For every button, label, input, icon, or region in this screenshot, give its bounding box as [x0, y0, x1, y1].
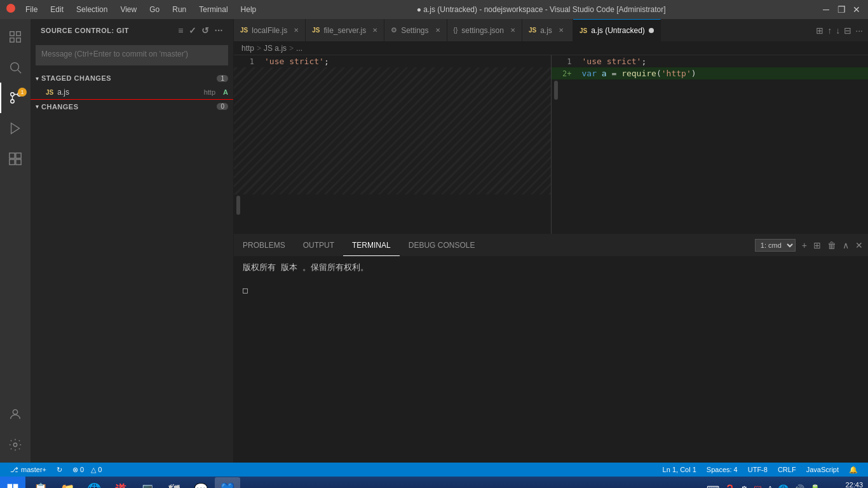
panel-tab-debug[interactable]: DEBUG CONSOLE [400, 234, 484, 256]
staged-file-item[interactable]: JS a.js http A [31, 85, 233, 99]
close-button[interactable]: ✕ [851, 4, 862, 15]
refresh-icon[interactable]: ↺ [201, 25, 210, 36]
tab-settings[interactable]: ⚙ Settings ✕ [384, 19, 447, 41]
activity-search[interactable] [0, 52, 31, 83]
menu-terminal[interactable]: Terminal [194, 4, 233, 15]
status-notification-icon[interactable]: 🔔 [844, 463, 863, 477]
tray-keyboard-icon[interactable]: ⌨ [705, 483, 721, 488]
status-encoding[interactable]: UTF-8 [743, 463, 773, 477]
tab-fileserver[interactable]: JS file_server.js ✕ [306, 19, 384, 41]
panel-maximize-icon[interactable]: ∧ [843, 240, 849, 250]
activity-source-control[interactable]: 1 [0, 83, 31, 113]
taskbar-app-jetbrains[interactable]: 💻 [135, 477, 160, 488]
tab-localfile[interactable]: JS localFile.js ✕ [234, 19, 306, 41]
panel-tab-terminal[interactable]: TERMINAL [343, 234, 400, 256]
taskbar-app-vscode[interactable]: 💙 [215, 477, 240, 488]
encoding-text: UTF-8 [748, 466, 768, 473]
status-branch[interactable]: ⎇ master+ [5, 463, 51, 477]
settingsjson-tab-label: settings.json [461, 26, 504, 35]
taskbar-app-wechat[interactable]: 💬 [188, 477, 214, 488]
fileserver-tab-close[interactable]: ✕ [372, 27, 377, 34]
tab-scroll-right-icon[interactable]: ↓ [836, 25, 840, 36]
right-scrollbar[interactable] [552, 79, 560, 101]
panel-tab-problems[interactable]: PROBLEMS [234, 234, 294, 256]
activity-account[interactable] [0, 399, 31, 430]
status-language[interactable]: JavaScript [801, 463, 844, 477]
restore-button[interactable]: ❐ [836, 4, 846, 15]
tab-scroll-left-icon[interactable]: ↑ [827, 25, 832, 36]
tray-battery-icon[interactable]: 🔋 [808, 483, 822, 488]
terminal-content[interactable]: 版权所有 版本 。保留所有权利。 □ [234, 257, 868, 463]
start-button[interactable] [0, 477, 25, 488]
window-title: ● a.js (Untracked) - nodejsworkspace - V… [261, 5, 821, 14]
taskbar-app-explorer[interactable]: 📁 [55, 477, 80, 488]
tray-volume-icon[interactable]: 🔊 [792, 483, 806, 488]
staged-changes-header[interactable]: ▾ STAGED CHANGES 1 [31, 71, 233, 85]
svg-marker-11 [11, 123, 20, 134]
terminal-add-icon[interactable]: + [802, 240, 807, 250]
menu-help[interactable]: Help [236, 4, 262, 15]
svg-rect-13 [16, 153, 21, 158]
status-errors[interactable]: ⊗ 0 △ 0 [67, 463, 107, 477]
tray-network-icon[interactable]: 🌐 [776, 483, 790, 488]
changes-header[interactable]: ▾ CHANGES 0 [31, 99, 233, 113]
tray-question-icon[interactable]: ❓ [723, 483, 736, 488]
tab-actions: ⊞ ↑ ↓ ⊟ ··· [811, 19, 868, 41]
ajs-tab-close[interactable]: ✕ [559, 27, 564, 34]
tab-ajs[interactable]: JS a.js ✕ [522, 19, 573, 41]
activity-settings[interactable] [0, 430, 31, 460]
commit-message-input[interactable] [36, 45, 228, 65]
terminal-trash-icon[interactable]: 🗑 [827, 240, 836, 250]
breadcrumb-part-2[interactable]: JS a.js [264, 44, 287, 53]
activity-debug[interactable] [0, 113, 31, 144]
settingsjson-tab-close[interactable]: ✕ [510, 27, 515, 34]
settingsjson-tab-icon: {} [454, 27, 458, 34]
tray-antivirus-icon[interactable]: 🛡 [752, 483, 764, 488]
menu-go[interactable]: Go [144, 4, 165, 15]
fileserver-tab-label: file_server.js [323, 26, 366, 35]
svg-point-4 [11, 63, 19, 71]
tray-badge-icon[interactable]: A [766, 484, 774, 488]
tab-more-icon[interactable]: ⊟ [844, 25, 851, 36]
checkmark-icon[interactable]: ✓ [189, 25, 197, 36]
more-icon[interactable]: ··· [215, 25, 223, 36]
taskbar-app-chrome[interactable]: 🌐 [81, 477, 107, 488]
localfile-tab-close[interactable]: ✕ [294, 27, 299, 34]
menu-run[interactable]: Run [167, 4, 191, 15]
tab-ajs-untracked[interactable]: JS a.js (Untracked) [573, 19, 661, 41]
panel-close-icon[interactable]: ✕ [855, 240, 863, 250]
activity-extensions[interactable] [0, 144, 31, 174]
branch-name: master+ [21, 466, 46, 473]
hamburger-icon[interactable]: ≡ [178, 25, 184, 36]
taskbar-app-netease[interactable]: 道 [108, 477, 133, 488]
menu-edit[interactable]: Edit [45, 4, 69, 15]
menu-selection[interactable]: Selection [71, 4, 112, 15]
taskbar-clock[interactable]: 22:43 2020/6/21 [827, 480, 868, 488]
terminal-split-icon[interactable]: ⊞ [813, 240, 821, 250]
taskbar-app-taskmanager[interactable]: 📋 [28, 477, 53, 488]
status-line-col[interactable]: Ln 1, Col 1 [658, 463, 702, 477]
activity-explorer[interactable] [0, 22, 31, 52]
terminal-selector[interactable]: 1: cmd [755, 239, 796, 252]
terminal-line-1: 版权所有 版本 。保留所有权利。 [243, 262, 859, 273]
menu-file[interactable]: File [20, 4, 43, 15]
breadcrumb-part-1[interactable]: http [241, 44, 254, 53]
status-sync[interactable]: ↻ [51, 463, 67, 477]
tab-overflow-icon[interactable]: ··· [855, 25, 863, 36]
left-scrollbar[interactable] [234, 194, 243, 216]
taskbar-app-maps[interactable]: 🗺 [161, 477, 187, 488]
breadcrumb-part-3[interactable]: ... [296, 44, 302, 53]
tab-settingsjson[interactable]: {} settings.json ✕ [447, 19, 522, 41]
status-spaces[interactable]: Spaces: 4 [702, 463, 743, 477]
fileserver-tab-icon: JS [312, 27, 320, 34]
split-editor-icon[interactable]: ⊞ [816, 25, 824, 36]
tray-setting1-icon[interactable]: ⚙ [739, 483, 750, 488]
changes-chevron-icon: ▾ [36, 103, 39, 110]
js-file-icon: JS [46, 89, 53, 96]
menu-view[interactable]: View [115, 4, 142, 15]
window-controls: ─ ❐ ✕ [821, 4, 862, 15]
panel-tab-output[interactable]: OUTPUT [294, 234, 343, 256]
status-line-ending[interactable]: CRLF [773, 463, 801, 477]
minimize-button[interactable]: ─ [821, 4, 831, 15]
settings-tab-close[interactable]: ✕ [435, 27, 440, 34]
